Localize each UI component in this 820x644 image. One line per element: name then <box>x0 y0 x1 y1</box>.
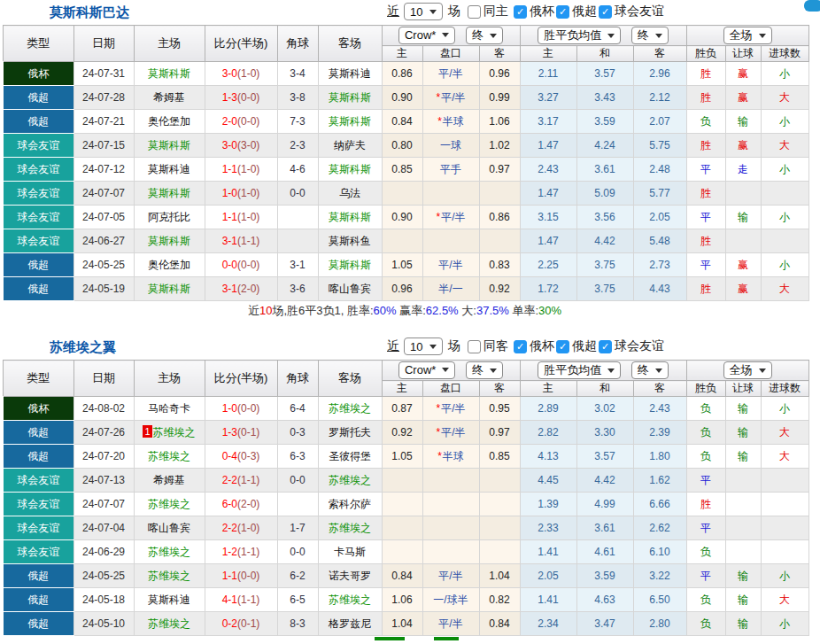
result-handicap: 输 <box>725 421 761 445</box>
chevron-down-icon <box>429 10 437 14</box>
avg-odds-value: 胜平负均值 <box>544 27 601 43</box>
avg-draw-odds: 4.24 <box>576 134 633 158</box>
home-team-cell: 苏维埃之 <box>134 445 205 469</box>
scope-select[interactable]: 全场 <box>723 27 772 44</box>
full-time-score: 1-2 <box>222 546 237 558</box>
col-type: 类型 <box>3 361 73 397</box>
avg-time-select[interactable]: 终 <box>631 27 669 44</box>
league-type-cell: 球会友谊 <box>3 469 73 493</box>
league-filter: ✓俄杯 <box>514 4 556 19</box>
match-count-select[interactable]: 10 <box>404 3 443 20</box>
away-odds <box>479 469 520 493</box>
match-count-value: 10 <box>410 340 422 353</box>
corner-score: 3-4 <box>277 62 318 86</box>
avg-odds-select[interactable]: 胜平负均值 <box>538 27 621 44</box>
league-checkbox[interactable]: ✓ <box>514 340 527 353</box>
score-cell: 1-1(1-0) <box>205 206 277 229</box>
league-label: 球会友谊 <box>615 4 664 19</box>
handicap-line: 平/半 <box>438 617 462 630</box>
live-odds-marker: * <box>436 402 440 415</box>
home-team-name: 希姆基 <box>153 474 185 486</box>
away-team-cell: 圣彼得堡 <box>318 445 382 469</box>
handicap-line: 平/半 <box>441 211 465 223</box>
full-time-score: 0-2 <box>222 617 237 630</box>
col-handicap-result: 让球 <box>725 46 761 62</box>
away-odds: 0.82 <box>479 588 520 612</box>
away-team-name: 纳萨夫 <box>334 139 366 151</box>
league-checkbox[interactable]: ✓ <box>599 5 612 19</box>
home-team-name: 苏维埃之 <box>153 426 196 438</box>
away-team-cell: 卡马斯 <box>318 540 382 564</box>
col-avg-home: 主 <box>520 46 576 62</box>
scope-select[interactable]: 全场 <box>723 361 772 379</box>
away-team-cell: 莫斯科斯 <box>318 86 382 110</box>
avg-away-odds: 2.73 <box>633 253 686 277</box>
col-odds-away: 客 <box>479 46 520 62</box>
handicap-cell: *平/半 <box>422 86 479 110</box>
avg-draw-odds: 3.59 <box>576 110 633 134</box>
result-goals <box>761 229 808 253</box>
match-date: 24-06-27 <box>73 229 134 253</box>
away-team-name: 乌法 <box>339 187 360 199</box>
match-row: 球会友谊24-06-29苏维埃之1-2(1-1)0-0卡马斯1.414.616.… <box>3 540 808 564</box>
handicap-line: 平/半 <box>441 91 465 104</box>
league-type-cell: 球会友谊 <box>3 206 73 229</box>
league-type-cell: 球会友谊 <box>3 182 73 206</box>
odds-source-select[interactable]: Crow* <box>398 27 455 44</box>
league-checkbox[interactable]: ✓ <box>514 5 527 19</box>
result-outcome: 负 <box>686 612 725 636</box>
result-goals: 小 <box>761 62 808 86</box>
away-team-name: 罗斯托夫 <box>329 426 371 438</box>
avg-home-odds: 2.11 <box>520 62 576 86</box>
home-odds <box>382 229 422 253</box>
avg-draw-odds: 3.75 <box>576 253 633 277</box>
avg-home-odds: 3.27 <box>520 86 576 110</box>
home-odds <box>382 469 422 493</box>
away-odds <box>479 516 520 540</box>
league-checkbox[interactable]: ✓ <box>599 340 612 353</box>
red-card-badge: 1 <box>143 425 151 438</box>
corner-score: 3-1 <box>277 253 318 277</box>
odds-source-select[interactable]: Crow* <box>398 361 455 379</box>
avg-odds-select[interactable]: 胜平负均值 <box>538 361 621 379</box>
score-cell: 2-2(1-1) <box>205 469 277 493</box>
summary-segment: 大: <box>459 304 476 317</box>
match-row: 俄超24-07-21奥伦堡加2-0(0-0)7-3莫斯科斯0.84*半球1.06… <box>3 110 808 134</box>
avg-draw-odds: 3.59 <box>576 564 633 588</box>
same-venue-checkbox[interactable] <box>468 5 481 19</box>
handicap-cell <box>422 229 479 253</box>
match-count-select[interactable]: 10 <box>404 338 443 355</box>
score-cell: 1-1(0-0) <box>205 564 277 588</box>
avg-time-select[interactable]: 终 <box>631 361 669 379</box>
league-type-cell: 俄超 <box>3 445 73 469</box>
score-cell: 4-1(1-1) <box>205 588 277 612</box>
team-block-1: 莫斯科斯巴达 近 10 场 同主 ✓俄杯✓俄超✓球会友谊 类型 日期 主场 <box>0 0 820 321</box>
same-venue-checkbox[interactable] <box>468 340 481 353</box>
scope-value: 全场 <box>730 362 753 378</box>
score-cell: 3-1(2-0) <box>205 277 277 301</box>
col-date: 日期 <box>73 26 134 62</box>
avg-odds-value: 胜平负均值 <box>544 362 601 378</box>
away-team-name: 格罗兹尼 <box>329 617 371 630</box>
league-label: 俄杯 <box>530 4 554 19</box>
league-type-cell: 俄超 <box>3 253 73 277</box>
col-odds-home: 主 <box>382 46 422 62</box>
result-outcome: 胜 <box>686 493 725 516</box>
result-goals: 大 <box>761 134 808 158</box>
away-team-name: 苏维埃之 <box>329 594 371 606</box>
near-matches-link[interactable]: 近 <box>387 338 399 354</box>
near-matches-link[interactable]: 近 <box>387 4 399 19</box>
league-checkbox[interactable]: ✓ <box>556 340 569 353</box>
away-odds: 1.02 <box>479 134 520 158</box>
result-outcome: 胜 <box>686 277 725 301</box>
match-row: 球会友谊24-07-04喀山鲁宾2-2(1-0)1-7苏维埃之2.333.612… <box>3 516 808 540</box>
league-filter: ✓俄杯 <box>514 338 556 354</box>
league-checkbox[interactable]: ✓ <box>556 5 569 19</box>
match-row: 球会友谊24-07-07苏维埃之6-0(2-0)索科尔萨1.394.996.66… <box>3 493 808 516</box>
odds-time-select[interactable]: 终 <box>466 361 503 379</box>
result-outcome: 平 <box>686 206 725 229</box>
handicap-cell: 一/球半 <box>422 588 479 612</box>
league-type-cell: 球会友谊 <box>3 540 73 564</box>
away-team-cell: 纳萨夫 <box>318 134 382 158</box>
odds-time-select[interactable]: 终 <box>466 27 503 44</box>
